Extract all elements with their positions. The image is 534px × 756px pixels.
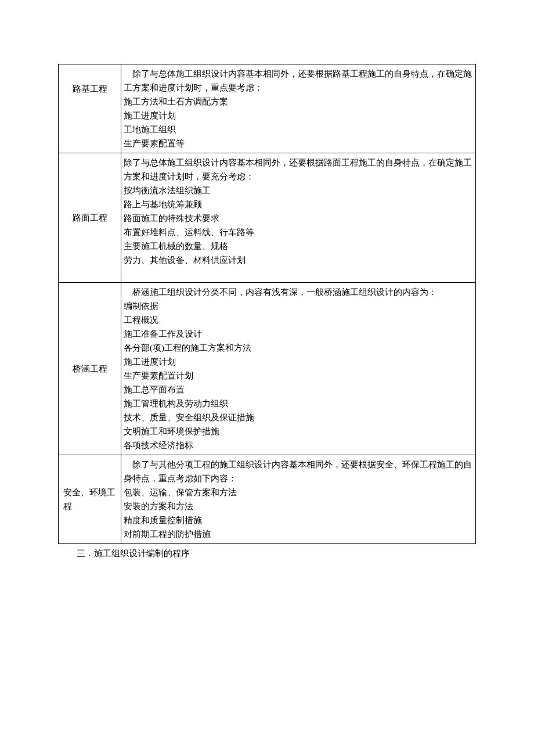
- content-line: 技术、质量、安全组织及保证措施: [124, 411, 473, 424]
- content-line: 除了与总体施工组织设计内容基本相同外，还要根据路面工程施工的自身特点，在确定施工…: [124, 156, 473, 183]
- row-label-text: 安全、环境工程: [63, 488, 116, 511]
- content-line: 按均衡流水法组织施工: [124, 183, 473, 197]
- table-row: 安全、环境工程除了与其他分项工程的施工组织设计内容基本相同外，还要根据安全、环保…: [59, 455, 476, 544]
- content-line: 生产要素配置计划: [124, 369, 473, 383]
- table-row: 路面工程除了与总体施工组织设计内容基本相同外，还要根据路面工程施工的自身特点，在…: [59, 153, 476, 283]
- content-line: 编制依据: [124, 299, 473, 313]
- row-label: 安全、环境工程: [59, 455, 121, 544]
- row-content: 除了与总体施工组织设计内容基本相同外，还要根据路基工程施工的自身特点，在确定施工…: [121, 64, 476, 153]
- row-label-text: 路基工程: [73, 84, 107, 93]
- row-label-text: 路面工程: [73, 213, 107, 222]
- content-line: 主要施工机械的数量、规格: [124, 239, 473, 253]
- row-label: 桥涵工程: [59, 283, 121, 455]
- content-line: 施工管理机构及劳动力组织: [124, 397, 473, 411]
- content-line: 劳力、其他设备、材料供应计划: [124, 253, 473, 267]
- content-line: 精度和质量控制措施: [124, 513, 473, 527]
- content-line: 桥涵施工组织设计分类不同，内容有浅有深，一般桥涵施工组织设计的内容为：: [124, 285, 473, 299]
- content-line: 安装的方案和方法: [124, 499, 473, 513]
- content-line: 工程概况: [124, 313, 473, 327]
- footer-text: 三．施工组织设计编制的程序: [58, 546, 476, 560]
- content-line: 各项技术经济指标: [124, 438, 473, 452]
- content-line: 路面施工的特殊技术要求: [124, 211, 473, 225]
- content-line: 路上与基地统筹兼顾: [124, 197, 473, 211]
- content-line: 施工进度计划: [124, 109, 473, 123]
- row-label: 路面工程: [59, 153, 121, 283]
- row-content: 除了与其他分项工程的施工组织设计内容基本相同外，还要根据安全、环保工程施工的自身…: [121, 455, 476, 544]
- content-line: 除了与其他分项工程的施工组织设计内容基本相同外，还要根据安全、环保工程施工的自身…: [124, 458, 473, 485]
- content-line: [124, 267, 473, 280]
- content-line: 除了与总体施工组织设计内容基本相同外，还要根据路基工程施工的自身特点，在确定施工…: [124, 67, 473, 95]
- content-line: 施工总平面布置: [124, 383, 473, 397]
- content-line: 文明施工和环境保护措施: [124, 424, 473, 438]
- content-line: 各分部(项)工程的施工方案和方法: [124, 341, 473, 355]
- content-line: 施工进度计划: [124, 355, 473, 369]
- table-row: 桥涵工程桥涵施工组织设计分类不同，内容有浅有深，一般桥涵施工组织设计的内容为：编…: [59, 283, 476, 455]
- row-label-text: 桥涵工程: [73, 364, 107, 373]
- content-line: 对前期工程的防护措施: [124, 527, 473, 541]
- content-line: 生产要素配置等: [124, 136, 473, 150]
- content-line: 布置好堆料点、运料线、行车路等: [124, 225, 473, 239]
- content-line: 施工方法和土石方调配方案: [124, 95, 473, 109]
- table-row: 路基工程除了与总体施工组织设计内容基本相同外，还要根据路基工程施工的自身特点，在…: [59, 64, 476, 153]
- content-line: 工地施工组织: [124, 123, 473, 136]
- row-label: 路基工程: [59, 64, 121, 153]
- content-line: 施工准备工作及设计: [124, 327, 473, 341]
- content-line: 包装、运输、保管方案和方法: [124, 485, 473, 499]
- content-table: 路基工程除了与总体施工组织设计内容基本相同外，还要根据路基工程施工的自身特点，在…: [58, 64, 476, 544]
- row-content: 桥涵施工组织设计分类不同，内容有浅有深，一般桥涵施工组织设计的内容为：编制依据工…: [121, 283, 476, 455]
- row-content: 除了与总体施工组织设计内容基本相同外，还要根据路面工程施工的自身特点，在确定施工…: [121, 153, 476, 283]
